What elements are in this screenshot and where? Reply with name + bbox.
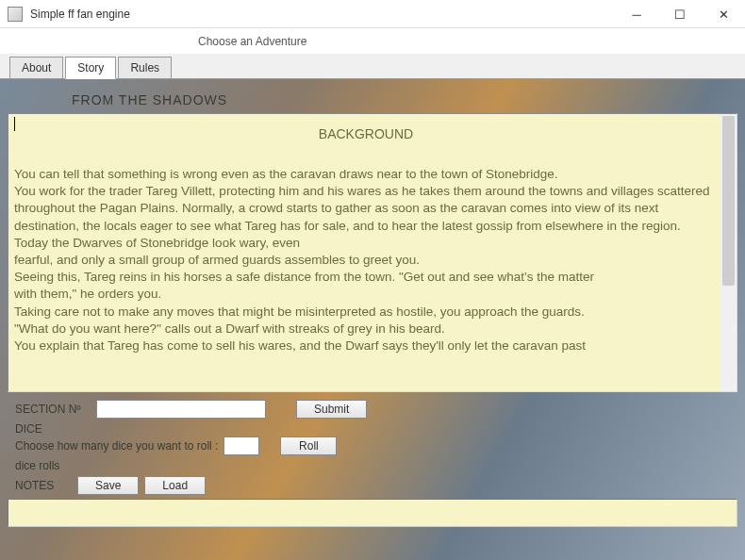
content-area: FROM THE SHADOWS BACKGROUND You can tell… xyxy=(0,79,745,560)
notes-label: NOTES xyxy=(15,479,72,492)
load-button[interactable]: Load xyxy=(144,476,206,495)
story-heading: BACKGROUND xyxy=(14,116,718,166)
menu-choose-adventure[interactable]: Choose an Adventure xyxy=(189,31,316,52)
maximize-button[interactable]: ☐ xyxy=(658,0,702,28)
tab-rules[interactable]: Rules xyxy=(118,57,172,78)
section-input[interactable] xyxy=(96,400,266,419)
tabbar: About Story Rules xyxy=(0,55,745,79)
text-cursor xyxy=(14,117,15,131)
dice-prompt: Choose how many dice you want to roll : xyxy=(15,439,218,453)
submit-button[interactable]: Submit xyxy=(296,400,367,419)
window-title: Simple ff fan engine xyxy=(30,8,615,21)
story-textbox[interactable]: BACKGROUND You can tell that something i… xyxy=(8,113,737,392)
adventure-title: FROM THE SHADOWS xyxy=(6,85,739,113)
notes-textbox[interactable] xyxy=(8,499,737,527)
window-controls: ─ ☐ ✕ xyxy=(615,0,745,27)
minimize-button[interactable]: ─ xyxy=(615,0,658,28)
dice-label: DICE xyxy=(15,422,91,436)
titlebar: Simple ff fan engine ─ ☐ ✕ xyxy=(0,0,745,28)
story-text: BACKGROUND You can tell that something i… xyxy=(8,114,737,362)
scrollbar[interactable] xyxy=(720,114,737,391)
tab-story[interactable]: Story xyxy=(65,57,116,79)
controls-panel: SECTION Nº Submit DICE Choose how many d… xyxy=(6,392,739,495)
tab-about[interactable]: About xyxy=(9,57,63,78)
scrollbar-thumb[interactable] xyxy=(722,116,735,286)
roll-button[interactable]: Roll xyxy=(280,436,337,455)
dice-rolls-label: dice rolls xyxy=(15,459,59,472)
app-icon xyxy=(8,7,23,22)
story-body: You can tell that something is wrong eve… xyxy=(14,166,718,354)
dice-input[interactable] xyxy=(224,436,259,455)
section-label: SECTION Nº xyxy=(15,403,91,416)
save-button[interactable]: Save xyxy=(77,476,139,495)
close-button[interactable]: ✕ xyxy=(702,0,745,28)
menubar: Choose an Adventure xyxy=(0,28,745,55)
